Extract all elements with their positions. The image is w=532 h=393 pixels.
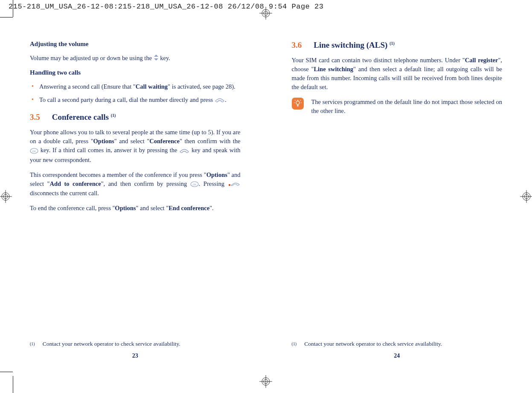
list-item: To call a second party during a call, di… — [30, 95, 241, 105]
text: " is activated, see page 28). — [168, 83, 235, 90]
paragraph: Volume may be adjusted up or down be usi… — [30, 54, 241, 63]
text: " then confirm with the — [180, 138, 241, 144]
paragraph: To end the conference call, press "Optio… — [30, 204, 241, 213]
footnote-marker: (1) — [30, 341, 35, 347]
tip-callout: The services programmed on the default l… — [292, 98, 503, 116]
text: Conference calls — [52, 113, 111, 121]
footnote: (1) Contact your network operator to che… — [292, 341, 442, 347]
ok-key-icon: OK — [30, 147, 38, 156]
bold-text: Line switching — [314, 66, 353, 72]
footnote-text: Contact your network operator to check s… — [43, 341, 180, 347]
text: Answering a second call (Ensure that " — [39, 83, 136, 90]
registration-mark-icon — [520, 190, 532, 203]
text: disconnects the current call. — [30, 190, 99, 196]
page-spread: Adjusting the volume Volume may be adjus… — [0, 15, 532, 364]
svg-text:OK: OK — [192, 183, 196, 185]
text: . Pressing — [199, 180, 228, 187]
bold-text: Options — [115, 205, 136, 211]
svg-line-29 — [295, 100, 296, 101]
bold-text: Call waiting — [136, 83, 168, 90]
crop-mark — [0, 372, 13, 372]
text: To call a second party during a call, di… — [39, 96, 215, 103]
paragraph: Your SIM card can contain two distinct t… — [292, 56, 503, 92]
crop-mark — [0, 17, 13, 17]
footnote-ref: (1) — [390, 41, 395, 46]
section-heading-3-6: 3.6 Line switching (ALS) (1) — [292, 40, 503, 50]
svg-point-22 — [229, 184, 230, 186]
svg-text:OK: OK — [32, 150, 36, 152]
text: To end the conference call, press " — [30, 205, 115, 211]
text: This correspondent becomes a member of t… — [30, 171, 206, 178]
registration-mark-icon — [259, 375, 272, 388]
section-number: 3.6 — [292, 40, 302, 50]
paragraph: This correspondent becomes a member of t… — [30, 170, 241, 198]
lightbulb-icon — [292, 98, 304, 110]
page-number: 23 — [30, 353, 241, 359]
bold-text: Call register — [465, 57, 498, 64]
bold-text: Options — [93, 138, 114, 144]
footnote-marker: (1) — [292, 341, 297, 347]
footnote-ref: (1) — [111, 113, 116, 118]
section-number: 3.5 — [30, 113, 40, 122]
call-key-icon — [215, 96, 225, 105]
text: key. — [160, 55, 170, 61]
crop-mark — [13, 0, 13, 17]
svg-point-23 — [296, 101, 299, 104]
paragraph: Your phone allows you to talk to several… — [30, 128, 241, 164]
end-call-key-icon — [227, 180, 240, 189]
bold-text: Options — [206, 171, 227, 178]
bold-text: End conference — [169, 205, 209, 211]
page-right: 3.6 Line switching (ALS) (1) Your SIM ca… — [292, 40, 503, 364]
heading-adjusting-volume: Adjusting the volume — [30, 40, 241, 48]
text: ", and then confirm by pressing — [101, 180, 190, 187]
page-left: Adjusting the volume Volume may be adjus… — [30, 40, 241, 364]
svg-marker-16 — [154, 55, 158, 57]
text: Line switching (ALS) — [314, 40, 390, 49]
bullet-list: Answering a second call (Ensure that "Ca… — [30, 82, 241, 105]
up-down-key-icon — [154, 54, 159, 63]
text: Volume may be adjusted up or down be usi… — [30, 55, 154, 61]
section-title: Conference calls (1) — [52, 113, 116, 122]
text: " and select " — [136, 205, 169, 211]
registration-mark-icon — [259, 7, 272, 20]
call-key-icon — [179, 147, 189, 156]
registration-mark-icon — [0, 190, 12, 203]
list-item: Answering a second call (Ensure that "Ca… — [30, 82, 241, 91]
footnote-text: Contact your network operator to check s… — [304, 341, 442, 347]
svg-line-30 — [300, 100, 301, 101]
page-number: 24 — [292, 353, 503, 359]
section-heading-3-5: 3.5 Conference calls (1) — [30, 113, 241, 122]
text: Your SIM card can contain two distinct t… — [292, 57, 465, 64]
tip-text: The services programmed on the default l… — [311, 98, 503, 116]
text: key. If a third call comes in, answer it… — [41, 147, 180, 153]
svg-marker-17 — [154, 58, 158, 61]
text: " and select " — [114, 138, 150, 144]
text: ". — [209, 205, 214, 211]
text: . — [225, 96, 227, 103]
section-title: Line switching (ALS) (1) — [314, 40, 395, 50]
heading-handling-two-calls: Handling two calls — [30, 69, 241, 76]
footnote: (1) Contact your network operator to che… — [30, 341, 180, 347]
bold-text: Conference — [149, 138, 180, 144]
ok-key-icon: OK — [190, 180, 199, 189]
bold-text: Add to conference — [49, 180, 101, 187]
crop-mark — [13, 376, 13, 393]
